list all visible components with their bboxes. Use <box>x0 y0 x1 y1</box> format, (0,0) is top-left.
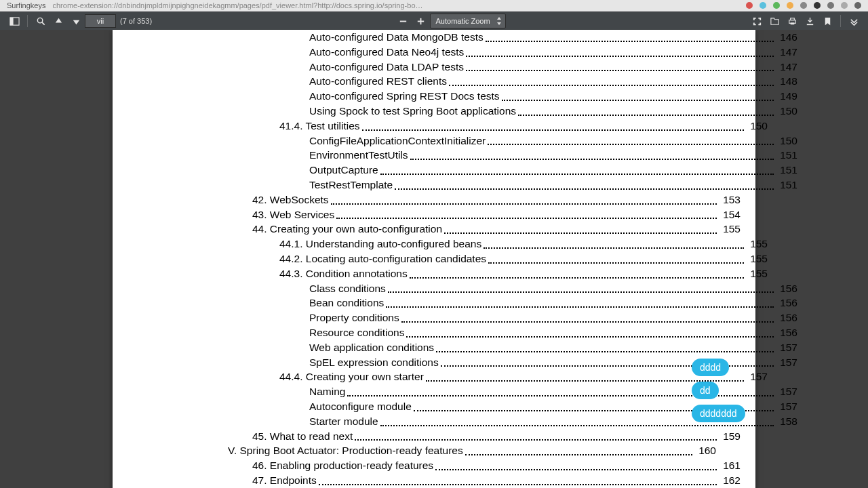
toc-entry-page: 157 <box>776 355 797 370</box>
toc-leader <box>444 222 717 234</box>
toc-entry-title: ConfigFileApplicationContextInitializer <box>309 134 486 148</box>
svg-point-2 <box>37 18 43 23</box>
toc-entry-title: Using Spock to test Spring Boot applicat… <box>309 104 516 119</box>
toc-entry-title: 41.4. Test utilities <box>279 119 360 134</box>
page-number-input[interactable] <box>85 14 116 28</box>
toc-entry-title: Starter module <box>309 414 378 429</box>
toc-entry-title: Bean conditions <box>309 296 384 310</box>
bookmark-button[interactable] <box>821 14 834 28</box>
toc-entry[interactable]: EnvironmentTestUtils151 <box>187 148 797 163</box>
toc-entry[interactable]: 47. Endpoints162 <box>187 473 741 488</box>
open-file-button[interactable] <box>768 14 781 28</box>
extension-icons <box>746 2 861 9</box>
toc-leader <box>355 429 717 441</box>
toc-entry-title: Auto-configured Spring REST Docs tests <box>309 89 500 104</box>
toc-entry-title: 47. Endpoints <box>252 473 317 488</box>
overlay-bubble[interactable]: dd <box>692 382 719 399</box>
toc-entry[interactable]: Property conditions156 <box>187 310 797 325</box>
toc-leader <box>331 192 717 205</box>
toc-entry[interactable]: Auto-configured Data Neo4j tests147 <box>187 45 797 60</box>
svg-line-3 <box>41 22 44 24</box>
next-page-button[interactable] <box>69 14 83 28</box>
toc-leader <box>486 30 774 42</box>
toc-entry-title: Auto-configured Data MongoDB tests <box>309 30 484 45</box>
toc-entry[interactable]: 46. Enabling production-ready features16… <box>187 458 741 473</box>
toc-entry[interactable]: 44.2. Locating auto-configuration candid… <box>187 251 768 266</box>
toc-entry[interactable]: 44.1. Understanding auto-configured bean… <box>187 237 768 251</box>
viewer-area[interactable]: Auto-configured Data MongoDB tests146Aut… <box>0 30 868 488</box>
toc-entry-page: 150 <box>746 119 768 134</box>
toc-entry-title: TestRestTemplate <box>309 178 393 192</box>
toc-entry-page: 156 <box>776 325 797 340</box>
browser-url: chrome-extension://dnbindnjmpldmijnpighg… <box>52 1 739 9</box>
toc-entry[interactable]: Bean conditions156 <box>187 296 797 310</box>
toc-entry-page: 156 <box>776 281 797 296</box>
toc-entry[interactable]: Auto-configured Spring REST Docs tests14… <box>187 89 797 104</box>
browser-chrome-bar: Surfingkeys chrome-extension://dnbindnjm… <box>0 0 868 12</box>
toc-entry-page: 162 <box>719 473 741 488</box>
toc-entry-page: 150 <box>776 134 797 148</box>
presentation-button[interactable] <box>750 14 764 28</box>
toc-leader <box>466 45 774 57</box>
toc-entry[interactable]: 44.4. Creating your own starter157 <box>187 369 768 384</box>
page-count-label: (7 of 353) <box>120 17 152 25</box>
toc-leader <box>406 325 774 338</box>
toc-leader <box>465 443 692 455</box>
toc-entry[interactable]: Auto-configured Data LDAP tests147 <box>187 60 797 75</box>
toc-leader <box>518 104 774 116</box>
toc-entry[interactable]: 44. Creating your own auto-configuration… <box>187 222 741 237</box>
toc-entry[interactable]: Resource conditions156 <box>187 325 797 340</box>
toc-entry[interactable]: 42. WebSockets153 <box>187 192 741 207</box>
toc-entry[interactable]: Class conditions156 <box>187 281 797 296</box>
find-button[interactable] <box>34 14 47 28</box>
toc-entry[interactable]: TestRestTemplate151 <box>187 178 797 192</box>
toc-entry-title: Property conditions <box>309 310 399 325</box>
toc-entry-title: 44. Creating your own auto-configuration <box>252 222 442 237</box>
pdf-page: Auto-configured Data MongoDB tests146Aut… <box>113 30 755 488</box>
zoom-out-button[interactable] <box>397 14 410 28</box>
toc-leader <box>319 473 717 485</box>
toc-leader <box>449 74 774 86</box>
toc-entry-page: 147 <box>776 60 797 75</box>
tab-title: Surfingkeys <box>7 1 45 9</box>
toc-entry[interactable]: ConfigFileApplicationContextInitializer1… <box>187 134 797 148</box>
toc-entry-page: 160 <box>694 443 716 458</box>
toc-entry-page: 161 <box>719 458 741 473</box>
svg-rect-8 <box>790 18 794 20</box>
toc-entry-page: 157 <box>776 384 797 399</box>
toc-entry[interactable]: V. Spring Boot Actuator: Production-read… <box>187 443 716 458</box>
toc-entry-page: 156 <box>776 296 797 310</box>
zoom-in-button[interactable] <box>414 14 428 28</box>
toc-entry-page: 151 <box>776 163 797 178</box>
prev-page-button[interactable] <box>52 14 65 28</box>
sidebar-toggle-button[interactable] <box>7 14 21 28</box>
zoom-select[interactable]: Automatic Zoom <box>430 14 506 28</box>
toc-entry-title: 44.1. Understanding auto-configured bean… <box>279 237 481 251</box>
toc-leader <box>401 310 774 323</box>
toc-leader <box>488 251 744 264</box>
toc-leader <box>336 207 717 220</box>
table-of-contents: Auto-configured Data MongoDB tests146Aut… <box>187 30 675 488</box>
overlay-bubble[interactable]: dddd <box>692 359 729 376</box>
overlay-bubble[interactable]: ddddddd <box>692 405 745 422</box>
toc-entry-title: Resource conditions <box>309 325 404 340</box>
toc-entry-title: Auto-configured Data LDAP tests <box>309 60 464 75</box>
print-button[interactable] <box>785 14 799 28</box>
toc-entry-page: 157 <box>776 340 797 355</box>
toc-entry[interactable]: Using Spock to test Spring Boot applicat… <box>187 104 797 119</box>
toc-entry[interactable]: Auto-configured REST clients148 <box>187 74 797 89</box>
toc-entry-title: 42. WebSockets <box>252 192 329 207</box>
toc-entry-title: 44.2. Locating auto-configuration candid… <box>279 251 486 266</box>
toc-leader <box>362 119 745 131</box>
toc-entry[interactable]: 41.4. Test utilities150 <box>187 119 768 134</box>
toc-entry-page: 151 <box>776 178 797 192</box>
toc-entry[interactable]: 44.3. Condition annotations155 <box>187 266 768 281</box>
toc-entry[interactable]: 43. Web Services154 <box>187 207 741 222</box>
toc-entry[interactable]: Web application conditions157 <box>187 340 797 355</box>
toc-entry[interactable]: OutputCapture151 <box>187 163 797 178</box>
toc-entry-title: Web application conditions <box>309 340 434 355</box>
toc-entry[interactable]: 45. What to read next159 <box>187 429 741 444</box>
tools-menu-button[interactable] <box>847 14 861 28</box>
toc-entry[interactable]: Auto-configured Data MongoDB tests146 <box>187 30 797 45</box>
download-button[interactable] <box>803 14 816 28</box>
